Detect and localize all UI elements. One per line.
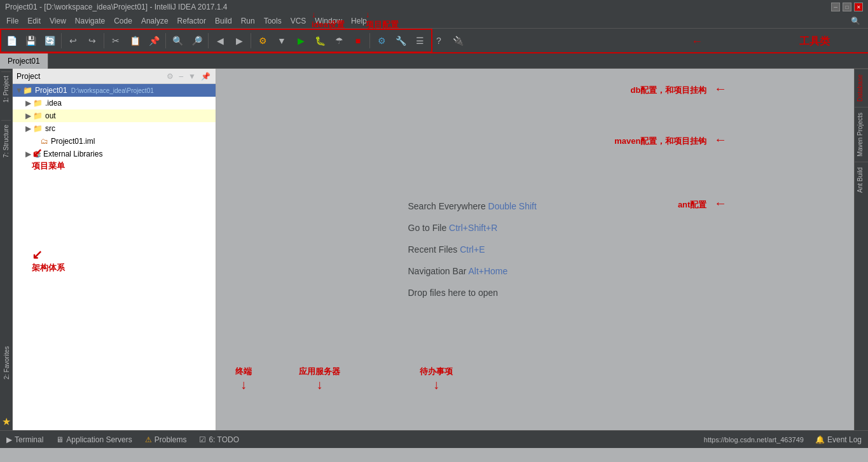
tree-item-iml[interactable]: ▶ 🗂 Project01.iml — [13, 135, 216, 148]
tab-bar: Project01 — [0, 53, 868, 69]
tree-item-libraries[interactable]: ▶ 📚 External Libraries — [13, 148, 216, 160]
toolbar-idea-settings-btn[interactable]: ⚙ — [373, 32, 390, 50]
panel-pin-btn[interactable]: 📌 — [200, 71, 212, 82]
toolbar-sep6 — [369, 33, 370, 48]
minimize-button[interactable]: ─ — [831, 3, 840, 11]
toolbar-cut-btn[interactable]: ✂ — [107, 32, 125, 50]
hint-goto-shortcut: Ctrl+Shift+R — [449, 223, 497, 233]
hint-navbar: Navigation Bar Alt+Home — [408, 266, 663, 276]
menu-view[interactable]: View — [46, 15, 70, 27]
folder-icon-idea: 📁 — [33, 99, 43, 108]
toolbar-redo-btn[interactable]: ↪ — [83, 32, 101, 50]
terminal-icon: ▶ — [6, 435, 12, 444]
app-servers-tab-label: Application Servers — [66, 435, 132, 444]
menu-refactor[interactable]: Refactor — [174, 15, 210, 27]
maven-panel-label[interactable]: Maven Projects — [855, 107, 868, 162]
url-display: https://blog.csdn.net/art_463749 — [704, 436, 809, 444]
tree-item-root[interactable]: ▼ 📁 Project01 D:\workspace_idea\Project0… — [13, 84, 216, 97]
menu-window[interactable]: Window — [311, 15, 346, 27]
panel-collapse-btn[interactable]: – — [177, 71, 184, 82]
hint-goto-text: Go to File — [408, 223, 450, 233]
toolbar-help-btn[interactable]: ? — [430, 32, 448, 50]
toolbar-run-btn[interactable]: ▶ — [292, 32, 310, 50]
problems-tab[interactable]: ⚠ Problems — [139, 431, 193, 448]
menu-help[interactable]: Help — [347, 15, 371, 27]
event-log-tab[interactable]: 🔔 Event Log — [809, 435, 868, 444]
toolbar-copy-btn[interactable]: 📋 — [126, 32, 144, 50]
favorites-collapse-icon[interactable]: 2: Favorites — [3, 346, 10, 379]
toolbar-sync-btn[interactable]: 🔄 — [41, 32, 59, 50]
toolbar-project-settings-btn[interactable]: 🔧 — [392, 32, 410, 50]
menu-analyze[interactable]: Analyze — [137, 15, 172, 27]
hint-search-text: Search Everywhere — [408, 201, 488, 211]
todo-tab[interactable]: ☑ 6: TODO — [193, 431, 245, 448]
project-panel-header: Project ⚙ – ▼ 📌 — [13, 69, 216, 84]
toolbar-find-btn[interactable]: 🔍 — [169, 32, 186, 50]
toolbar-paste-btn[interactable]: 📌 — [145, 32, 163, 50]
menu-navigate[interactable]: Navigate — [71, 15, 109, 27]
project-tab-label: Project01 — [8, 57, 40, 66]
toolbar-save-btn[interactable]: 💾 — [22, 32, 39, 50]
todo-icon: ☑ — [199, 435, 206, 444]
toolbar-config-dropdown[interactable]: ▼ — [273, 32, 291, 50]
file-icon-iml: 🗂 — [41, 137, 48, 146]
sidebar-structure-label[interactable]: 7: Structure — [1, 120, 11, 162]
tree-root-path: D:\workspace_idea\Project01 — [71, 87, 154, 94]
toolbar-undo-btn[interactable]: ↩ — [64, 32, 82, 50]
appserver-annotation: 应用服务器 ↓ — [299, 366, 340, 392]
search-everywhere-icon[interactable]: 🔍 — [851, 17, 865, 25]
menu-build[interactable]: Build — [211, 15, 236, 27]
menu-code[interactable]: Code — [110, 15, 136, 27]
panel-gear-btn[interactable]: ▼ — [187, 71, 197, 82]
sidebar-project-label[interactable]: 1: Project — [1, 71, 11, 106]
close-button[interactable]: ✕ — [854, 3, 863, 11]
ant-panel-label[interactable]: Ant Build — [855, 162, 868, 198]
toolbar-forward-btn[interactable]: ▶ — [230, 32, 248, 50]
maven-config-annotation: maven配置，和项目挂钩 ← — [614, 132, 727, 147]
status-bar-right: https://blog.csdn.net/art_463749 🔔 Event… — [704, 435, 868, 444]
menu-tools[interactable]: Tools — [260, 15, 286, 27]
title-bar-left: Project01 - [D:\workspace_idea\Project01… — [5, 3, 228, 11]
title-bar: Project01 - [D:\workspace_idea\Project01… — [0, 0, 868, 14]
editor-hints: Search Everywhere Double Shift Go to Fil… — [408, 201, 663, 298]
toolbar-sdk-btn[interactable]: ☰ — [411, 32, 429, 50]
hint-navbar-shortcut: Alt+Home — [468, 266, 507, 276]
title-text: Project01 - [D:\workspace_idea\Project01… — [5, 3, 228, 11]
database-panel-label[interactable]: Database — [855, 69, 868, 107]
terminal-tab[interactable]: ▶ Terminal — [0, 431, 50, 448]
toolbar-debug-btn[interactable]: 🐛 — [311, 32, 329, 50]
toolbar-stop-btn[interactable]: ■ — [349, 32, 367, 50]
maximize-button[interactable]: □ — [843, 3, 851, 11]
toolbar-replace-btn[interactable]: 🔎 — [188, 32, 205, 50]
panel-settings-btn[interactable]: ⚙ — [165, 71, 175, 82]
hint-drop: Drop files here to open — [408, 288, 663, 298]
toolbar-back-btn[interactable]: ◀ — [211, 32, 229, 50]
tree-item-out[interactable]: ▶ 📁 out — [13, 109, 216, 122]
main-layout: 1: Project 7: Structure 2: Favorites ★ P… — [0, 69, 868, 430]
hint-navbar-text: Navigation Bar — [408, 266, 469, 276]
tree-item-src[interactable]: ▶ 📁 src — [13, 122, 216, 135]
tree-arrow-out: ▶ — [25, 111, 33, 120]
toolbar-build-btn[interactable]: ⚙ — [254, 32, 272, 50]
menu-vcs[interactable]: VCS — [287, 15, 310, 27]
menu-edit[interactable]: Edit — [24, 15, 45, 27]
app-servers-tab[interactable]: 🖥 Application Servers — [50, 431, 138, 448]
toolbar-plugins-btn[interactable]: 🔌 — [449, 32, 467, 50]
menu-file[interactable]: File — [3, 15, 22, 27]
tree-arrow-src: ▶ — [25, 124, 33, 133]
project-tab[interactable]: Project01 — [0, 53, 48, 69]
event-log-icon: 🔔 — [815, 435, 825, 444]
menu-run[interactable]: Run — [237, 15, 259, 27]
favorites-star-icon[interactable]: ★ — [2, 416, 11, 428]
folder-icon-src: 📁 — [33, 124, 43, 133]
tree-item-idea[interactable]: ▶ 📁 .idea — [13, 97, 216, 109]
title-bar-controls[interactable]: ─ □ ✕ — [831, 3, 863, 11]
folder-icon-out: 📁 — [33, 111, 43, 120]
editor-area: Search Everywhere Double Shift Go to Fil… — [216, 69, 854, 430]
toolbar-coverage-btn[interactable]: ☂ — [330, 32, 348, 50]
hint-goto: Go to File Ctrl+Shift+R — [408, 223, 663, 233]
menu-bar: File Edit View Navigate Code Analyze Ref… — [0, 14, 868, 28]
todo-tab-label: 6: TODO — [209, 435, 239, 444]
toolbar-new-btn[interactable]: 📄 — [3, 32, 20, 50]
hint-drop-text: Drop files here to open — [408, 288, 499, 298]
